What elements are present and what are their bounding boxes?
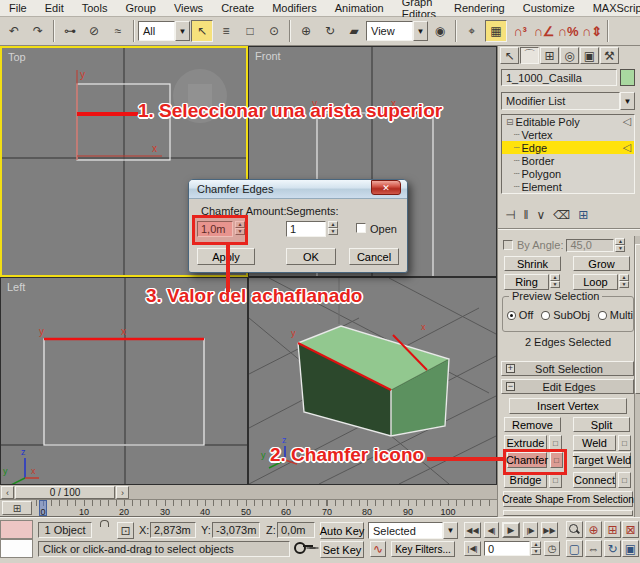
tab-create-icon[interactable]: ↖	[500, 47, 519, 64]
current-frame-field[interactable]: 0	[484, 541, 530, 556]
insert-vertex-button[interactable]: Insert Vertex	[509, 398, 627, 414]
auto-key-button[interactable]: Auto Key	[320, 522, 364, 539]
preview-off-radio[interactable]	[507, 311, 516, 320]
by-angle-field[interactable]: 45,0	[566, 239, 614, 252]
stack-row-border[interactable]: ┄Border	[502, 154, 634, 167]
select-and-scale-icon[interactable]: ▰	[343, 20, 365, 42]
arc-rotate-icon[interactable]: ↻	[604, 540, 621, 557]
shrink-button[interactable]: Shrink	[504, 256, 561, 271]
select-and-manipulate-icon[interactable]: ⌖	[461, 20, 483, 42]
x-coordinate-field[interactable]: 2,873m	[150, 522, 196, 538]
target-weld-button[interactable]: Target Weld	[573, 452, 631, 468]
panel-scrollbar-thumb[interactable]	[635, 244, 640, 394]
redo-icon[interactable]: ↷	[27, 20, 49, 42]
remove-button[interactable]: Remove	[504, 417, 561, 432]
go-to-end-icon[interactable]: ▶▶	[541, 522, 558, 538]
preview-multi-radio[interactable]	[598, 311, 607, 320]
edit-edges-rollout[interactable]: − Edit Edges	[501, 379, 634, 394]
grow-button[interactable]: Grow	[573, 256, 630, 271]
select-and-link-icon[interactable]: ⊶	[59, 20, 81, 42]
weld-settings-icon[interactable]: □	[618, 435, 631, 451]
loop-button[interactable]: Loop	[573, 274, 618, 290]
stack-row-edge-active[interactable]: ┄Edge ◁	[502, 141, 634, 154]
by-angle-checkbox[interactable]	[503, 240, 513, 250]
tab-modify-icon[interactable]: ⌒	[520, 47, 539, 64]
tab-hierarchy-icon[interactable]: ⊞	[540, 47, 559, 64]
time-slider-next-icon[interactable]: ›	[116, 486, 129, 499]
select-and-rotate-icon[interactable]: ↻	[319, 20, 341, 42]
ok-button[interactable]: OK	[286, 248, 336, 265]
next-frame-icon[interactable]: |▶	[523, 522, 538, 538]
close-icon[interactable]: ✕	[371, 180, 401, 195]
zoom-region-icon[interactable]: ▢	[566, 540, 583, 557]
modifier-list-dropdown[interactable]: Modifier List ▼	[501, 92, 635, 110]
make-unique-icon[interactable]: ∨	[536, 208, 545, 222]
selection-filter-dropdown[interactable]: All ▼	[138, 21, 190, 41]
frame-spinner[interactable]: ▲▼	[531, 541, 541, 555]
stack-row-editable-poly[interactable]: ⊟ Editable Poly ◁	[502, 115, 634, 128]
percent-snap-icon[interactable]: ∩%	[557, 20, 579, 42]
y-coordinate-field[interactable]: -3,073m	[212, 522, 260, 538]
key-filter-dropdown[interactable]: Selected ▼	[368, 522, 458, 539]
soft-selection-rollout[interactable]: + Soft Selection	[501, 361, 634, 376]
dropdown-arrow-icon[interactable]: ▼	[175, 21, 190, 41]
zoom-all-icon[interactable]: ⊕	[585, 521, 602, 538]
tab-utilities-icon[interactable]: ⚒	[600, 47, 619, 64]
by-angle-spinner[interactable]: ▲▼	[615, 238, 625, 252]
cancel-button[interactable]: Cancel	[349, 248, 399, 265]
zoom-extents-icon[interactable]: ⊞	[604, 521, 621, 538]
zoom-icon[interactable]	[566, 521, 583, 538]
expand-icon[interactable]: +	[506, 364, 515, 373]
angle-snap-icon[interactable]: ∩∠	[533, 20, 555, 42]
menu-modifiers[interactable]: Modifiers	[263, 2, 326, 14]
maxscript-mini-listener-pink[interactable]	[0, 520, 33, 539]
time-slider-thumb[interactable]: 0 / 100	[15, 486, 115, 499]
stack-row-element[interactable]: ┄Element	[502, 180, 634, 193]
set-key-button[interactable]: Set Key	[320, 541, 364, 558]
split-button[interactable]: Split	[573, 417, 630, 432]
configure-modifier-sets-icon[interactable]: ⊞	[578, 208, 588, 222]
menu-edit[interactable]: Edit	[36, 2, 73, 14]
menu-customize[interactable]: Customize	[514, 2, 584, 14]
open-mini-curve-editor-icon[interactable]: ⊞	[2, 501, 32, 515]
select-by-name-icon[interactable]: ≡	[215, 20, 237, 42]
window-crossing-icon[interactable]: ⊙	[263, 20, 285, 42]
menu-create[interactable]: Create	[212, 2, 263, 14]
key-mode-toggle-icon[interactable]: |◀|	[464, 541, 481, 556]
panel-scrollbar[interactable]	[634, 236, 640, 517]
segments-field[interactable]: 1	[286, 221, 326, 237]
ring-spinner[interactable]: ▲▼	[550, 274, 560, 288]
connect-settings-icon[interactable]: □	[618, 472, 631, 488]
select-object-icon[interactable]: ↖	[191, 20, 213, 42]
dialog-title-bar[interactable]: Chamfer Edges ✕	[189, 180, 407, 199]
dropdown-arrow-icon[interactable]: ▼	[443, 522, 458, 539]
selection-region-icon[interactable]: □	[239, 20, 261, 42]
menu-rendering[interactable]: Rendering	[445, 2, 514, 14]
previous-frame-icon[interactable]: ◀|	[484, 522, 499, 538]
track-bar[interactable]: ⊞ 0 10 20 30 40 50 60 70 80 90 100	[0, 500, 497, 517]
weld-button[interactable]: Weld	[573, 435, 616, 451]
collapse-icon[interactable]: ⊟	[506, 117, 514, 127]
menu-animation[interactable]: Animation	[326, 2, 393, 14]
viewport-left[interactable]: Left y x z y x	[0, 277, 248, 485]
pan-hand-icon[interactable]: ⇔	[585, 540, 602, 557]
snap-3d-icon[interactable]: ∩³	[509, 20, 531, 42]
spinner-snap-icon[interactable]: ∩⇕	[581, 20, 603, 42]
maximize-viewport-icon[interactable]: ▣	[622, 540, 639, 557]
connect-button[interactable]: Connect	[573, 472, 616, 488]
maxscript-mini-listener-white[interactable]	[0, 539, 33, 558]
menu-group[interactable]: Group	[116, 2, 165, 14]
go-to-start-icon[interactable]: ◀◀	[464, 522, 481, 538]
unlink-selection-icon[interactable]: ⊘	[83, 20, 105, 42]
menu-file[interactable]: File	[0, 2, 36, 14]
create-shape-button[interactable]: Create Shape From Selection	[503, 491, 633, 507]
tab-motion-icon[interactable]: ◎	[560, 47, 579, 64]
ring-button[interactable]: Ring	[504, 274, 549, 290]
stack-row-polygon[interactable]: ┄Polygon	[502, 167, 634, 180]
loop-spinner[interactable]: ▲▼	[619, 274, 629, 288]
absolute-mode-icon[interactable]: ⊡	[117, 522, 134, 539]
segments-spinner[interactable]: ▲▼	[328, 221, 338, 235]
snaps-toggle-icon[interactable]: ▦	[485, 20, 507, 42]
open-checkbox[interactable]	[356, 223, 366, 233]
use-center-icon[interactable]: ◉	[429, 20, 451, 42]
